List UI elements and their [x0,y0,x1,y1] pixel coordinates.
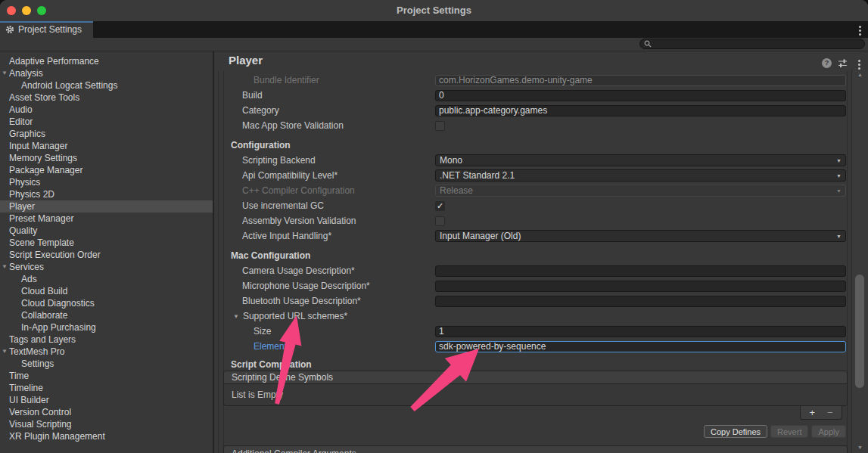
sidebar-item-preset-manager[interactable]: Preset Manager [0,213,213,225]
gear-icon [5,25,14,34]
field-row-assembly-version-validation: Assembly Version Validation [216,213,846,228]
mac-app-store-validation-checkbox[interactable] [435,121,445,131]
sidebar-item-physics[interactable]: Physics [0,176,213,188]
sidebar-item-textmesh-pro[interactable]: ▼TextMesh Pro [0,346,213,358]
copy-defines-button[interactable]: Copy Defines [704,425,767,438]
sidebar-item-scene-template[interactable]: Scene Template [0,237,213,249]
sidebar-item-graphics[interactable]: Graphics [0,128,213,140]
scroll-up-icon[interactable]: ▲ [852,72,868,77]
sidebar-item-quality[interactable]: Quality [0,225,213,237]
build-input[interactable]: 0 [435,90,846,101]
chevron-down-icon: ▼ [836,158,842,163]
field-label: Microphone Usage Description* [216,281,435,291]
sidebar-item-player[interactable]: Player [0,200,213,213]
field-row-supported-url-schemes: ▼Supported URL schemes* [216,309,846,324]
field-row-category: Category public.app-category.games [216,103,846,118]
revert-button[interactable]: Revert [770,425,808,438]
sidebar-item-timeline[interactable]: Timeline [0,382,213,394]
sidebar-item-cloud-diagnostics[interactable]: Cloud Diagnostics [0,297,213,309]
chevron-down-icon: ▼ [836,234,842,239]
microphone-usage-input[interactable] [435,281,846,292]
presets-icon[interactable] [838,58,848,68]
sidebar-item-version-control[interactable]: Version Control [0,406,213,418]
field-row-active-input-handling: Active Input Handling* Input Manager (Ol… [216,228,846,244]
url-schemes-size-input[interactable]: 1 [435,326,846,337]
sidebar-item-tags-and-layers[interactable]: Tags and Layers [0,334,213,346]
sidebar-item-audio[interactable]: Audio [0,104,213,116]
field-label: Use incremental GC [216,200,435,211]
search-input[interactable] [654,39,864,48]
tab-project-settings[interactable]: Project Settings [0,21,93,38]
sidebar-item-input-manager[interactable]: Input Manager [0,140,213,152]
define-symbols-actions: Copy Defines Revert Apply [216,425,846,438]
field-label: Supported URL schemes* [243,311,347,321]
sidebar-item-script-execution-order[interactable]: Script Execution Order [0,249,213,261]
active-input-handling-dropdown[interactable]: Input Manager (Old)▼ [435,230,846,242]
sidebar-item-in-app-purchasing[interactable]: In-App Purchasing [0,321,213,334]
field-row-use-incremental-gc: Use incremental GC ✓ [216,198,846,213]
field-label: Size [216,326,435,337]
search-box[interactable] [639,39,865,49]
sidebar-item-time[interactable]: Time [0,370,213,382]
api-compatibility-dropdown[interactable]: .NET Standard 2.1▼ [435,169,846,182]
sidebar-item-asset-store-tools[interactable]: Asset Store Tools [0,92,213,104]
sidebar-item-physics-2d[interactable]: Physics 2D [0,188,213,200]
page-title: Player [229,54,263,67]
field-row-api-compatibility: Api Compatibility Level* .NET Standard 2… [216,168,846,183]
check-icon: ✓ [437,201,443,211]
field-row-url-schemes-element-0: Element 0 sdk-powered-by-sequence [216,339,846,354]
sidebar-item-editor[interactable]: Editor [0,116,213,128]
scripting-backend-dropdown[interactable]: Mono▼ [435,154,846,166]
section-header-script-compilation: Script Compilation [216,358,846,371]
field-label: Bundle Identifier [216,75,435,85]
apply-button[interactable]: Apply [811,425,846,438]
sidebar-item-visual-scripting[interactable]: Visual Scripting [0,418,213,430]
assembly-version-validation-checkbox[interactable] [435,216,445,226]
category-input[interactable]: public.app-category.games [435,105,846,116]
use-incremental-gc-checkbox[interactable]: ✓ [435,201,445,211]
additional-compiler-arguments-header: Additional Compiler Arguments [223,445,848,453]
field-row-cpp-compiler-configuration: C++ Compiler Configuration Release▼ [216,183,846,198]
field-row-microphone-usage: Microphone Usage Description* [216,278,846,293]
field-row-url-schemes-size: Size 1 [216,324,846,339]
sidebar-item-android-logcat-settings[interactable]: Android Logcat Settings [0,79,213,92]
sidebar-item-collaborate[interactable]: Collaborate [0,309,213,321]
field-label: C++ Compiler Configuration [216,185,435,196]
scrollbar-thumb[interactable] [855,275,864,388]
foldout-triangle-icon[interactable]: ▼ [233,313,239,320]
list-header: Scripting Define Symbols [224,371,847,384]
foldout-triangle-icon[interactable]: ▼ [2,67,8,79]
list-footer-controls: + − [800,406,842,420]
sidebar-item-services[interactable]: ▼Services [0,261,213,273]
tab-bar: Project Settings [0,21,868,38]
window-title: Project Settings [0,0,868,21]
sidebar-item-xr-plugin-management[interactable]: XR Plugin Management [0,430,213,442]
sidebar-item-ui-builder[interactable]: UI Builder [0,394,213,406]
tab-label: Project Settings [18,24,82,35]
section-header-configuration: Configuration [216,138,846,153]
scroll-down-icon[interactable]: ▼ [852,445,868,450]
sidebar-item-cloud-build[interactable]: Cloud Build [0,285,213,297]
field-label: Build [216,90,435,101]
remove-item-button[interactable]: − [827,407,833,419]
bundle-identifier-input: com.HorizonGames.demo-unity-game [435,75,846,86]
chevron-down-icon: ▼ [836,188,842,194]
tab-bar-menu-icon[interactable] [857,24,863,37]
bluetooth-usage-input[interactable] [435,296,846,307]
foldout-triangle-icon[interactable]: ▼ [2,346,8,358]
field-row-bluetooth-usage: Bluetooth Usage Description* [216,293,846,309]
sidebar-item-memory-settings[interactable]: Memory Settings [0,152,213,164]
add-item-button[interactable]: + [809,407,815,419]
field-label: Api Compatibility Level* [216,170,435,181]
help-icon[interactable]: ? [822,58,832,68]
url-scheme-element-0-input[interactable]: sdk-powered-by-sequence [435,341,846,352]
sidebar-item-ads[interactable]: Ads [0,273,213,285]
list-empty-message: List is Empty [224,384,847,405]
sidebar-item-textmesh-settings[interactable]: Settings [0,358,213,370]
sidebar-item-analysis[interactable]: ▼Analysis [0,67,213,79]
field-row-bundle-identifier: Bundle Identifier com.HorizonGames.demo-… [216,73,846,88]
sidebar-item-adaptive-performance[interactable]: Adaptive Performance [0,55,213,67]
foldout-triangle-icon[interactable]: ▼ [2,261,8,273]
sidebar-item-package-manager[interactable]: Package Manager [0,164,213,176]
camera-usage-input[interactable] [435,265,846,277]
